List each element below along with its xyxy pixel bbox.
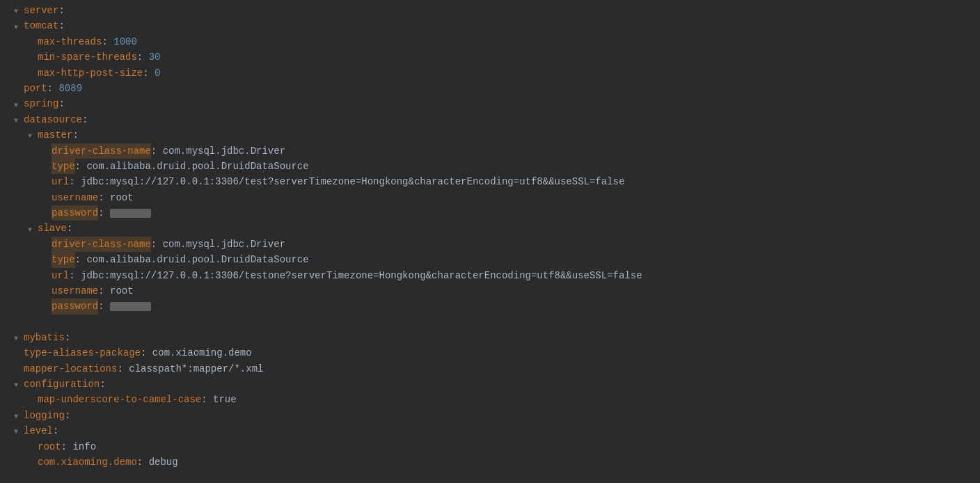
line-23: type-aliases-package: com.xiaoming.demo (0, 345, 980, 361)
fold-arrow-28[interactable]: ▼ (14, 427, 22, 435)
fold-arrow-2[interactable]: ▼ (14, 22, 22, 31)
val-driver-class-name-slave: com.mysql.jdbc.Driver (163, 237, 285, 252)
key-max-http-post-size: max-http-post-size (38, 65, 143, 81)
key-driver-class-name-master: driver-class-name (52, 143, 151, 159)
key-username-slave: username (52, 283, 98, 299)
line-13: username: root (0, 190, 980, 205)
line-15: ▼ slave: (0, 221, 980, 236)
val-url-master: jdbc:mysql://127.0.0.1:3306/test?serverT… (81, 174, 624, 189)
key-map-underscore-to-camel-case: map-underscore-to-camel-case (38, 392, 201, 407)
line-17: type: com.alibaba.druid.pool.DruidDataSo… (0, 252, 980, 267)
key-mapper-locations: mapper-locations (24, 361, 117, 377)
key-password-master: password (52, 205, 98, 221)
key-level: level (24, 423, 53, 438)
key-url-slave: url (52, 268, 69, 283)
val-driver-class-name-master: com.mysql.jdbc.Driver (163, 143, 285, 159)
val-type-master: com.alibaba.druid.pool.DruidDataSource (86, 159, 308, 174)
line-24: mapper-locations: classpath*:mapper/*.xm… (0, 361, 980, 377)
key-max-threads: max-threads (38, 34, 102, 49)
line-20: password: (0, 299, 980, 314)
key-min-spare-threads: min-spare-threads (38, 49, 137, 65)
fold-arrow-9[interactable]: ▼ (28, 131, 36, 139)
key-tomcat: tomcat (24, 18, 58, 33)
line-1: ▼ server: (0, 3, 980, 18)
line-2: ▼ tomcat: (0, 18, 980, 33)
key-logging: logging (24, 408, 65, 423)
val-max-threads: 1000 (113, 34, 137, 49)
val-username-master: root (110, 190, 134, 205)
key-slave: slave (38, 221, 67, 236)
line-11: type: com.alibaba.druid.pool.DruidDataSo… (0, 159, 980, 174)
val-url-slave: jdbc:mysql://127.0.0.1:3306/testone?serv… (81, 268, 642, 283)
censored-password-master (110, 209, 151, 218)
fold-arrow-8[interactable]: ▼ (14, 116, 22, 124)
line-12: url: jdbc:mysql://127.0.0.1:3306/test?se… (0, 174, 980, 189)
line-10: driver-class-name: com.mysql.jdbc.Driver (0, 143, 980, 159)
val-min-spare-threads: 30 (149, 49, 161, 65)
line-29: root: info (0, 439, 980, 454)
fold-arrow-1[interactable]: ▼ (14, 6, 22, 15)
line-16: driver-class-name: com.mysql.jdbc.Driver (0, 237, 980, 252)
val-type-slave: com.alibaba.druid.pool.DruidDataSource (86, 252, 308, 267)
line-5: max-http-post-size: 0 (0, 65, 980, 81)
fold-arrow-15[interactable]: ▼ (28, 225, 36, 233)
key-server: server (24, 3, 58, 18)
line-4: min-spare-threads: 30 (0, 49, 980, 65)
line-7: ▼ spring: (0, 96, 980, 111)
key-port: port (24, 81, 47, 96)
line-18: url: jdbc:mysql://127.0.0.1:3306/testone… (0, 268, 980, 283)
val-mapper-locations: classpath*:mapper/*.xml (129, 361, 263, 377)
key-master: master (38, 127, 72, 143)
key-type-slave: type (52, 252, 75, 267)
fold-arrow-7[interactable]: ▼ (14, 100, 22, 109)
line-3: max-threads: 1000 (0, 34, 980, 49)
line-empty (0, 315, 980, 330)
key-password-slave: password (52, 299, 98, 314)
line-8: ▼ datasource: (0, 112, 980, 127)
key-spring: spring (24, 96, 58, 111)
key-mybatis: mybatis (24, 330, 65, 345)
key-root-log: root (38, 439, 61, 454)
fold-arrow-22[interactable]: ▼ (14, 333, 22, 342)
line-28: ▼ level: (0, 423, 980, 438)
fold-arrow-25[interactable]: ▼ (14, 380, 22, 388)
key-type-aliases-package: type-aliases-package (24, 345, 141, 361)
val-root-log: info (72, 439, 96, 454)
line-14: password: (0, 205, 980, 221)
line-30: com.xiaoming.demo: debug (0, 454, 980, 470)
key-driver-class-name-slave: driver-class-name (52, 237, 151, 252)
line-9: ▼ master: (0, 127, 980, 143)
key-username-master: username (52, 190, 98, 205)
key-configuration: configuration (24, 377, 100, 392)
val-xiaoming-demo-log: debug (149, 454, 178, 470)
key-datasource: datasource (24, 112, 82, 127)
code-editor: ▼ server: ▼ tomcat: max-threads: 1000 mi… (0, 0, 980, 473)
key-url-master: url (52, 174, 69, 189)
line-27: ▼ logging: (0, 408, 980, 423)
line-25: ▼ configuration: (0, 377, 980, 392)
val-type-aliases-package: com.xiaoming.demo (152, 345, 252, 361)
line-26: map-underscore-to-camel-case: true (0, 392, 980, 407)
key-xiaoming-demo-log: com.xiaoming.demo (38, 454, 137, 470)
val-max-http-post-size: 0 (155, 65, 160, 81)
val-username-slave: root (110, 283, 134, 299)
line-19: username: root (0, 283, 980, 299)
line-22: ▼ mybatis: (0, 330, 980, 345)
key-type-master: type (52, 159, 75, 174)
line-6: port: 8089 (0, 81, 980, 96)
fold-arrow-27[interactable]: ▼ (14, 411, 22, 420)
val-map-underscore-to-camel-case: true (213, 392, 237, 407)
censored-password-slave (110, 302, 151, 311)
val-port: 8089 (58, 81, 82, 96)
